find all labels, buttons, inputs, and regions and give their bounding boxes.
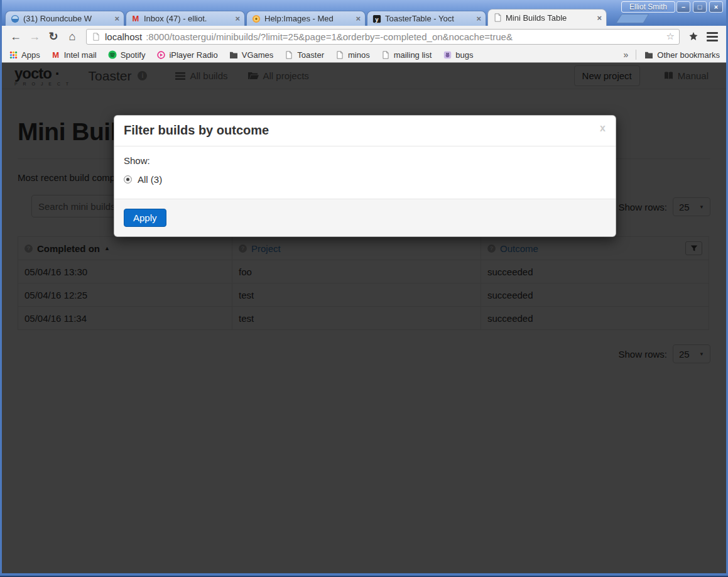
bookmark-toaster[interactable]: Toaster bbox=[284, 50, 324, 60]
yocto-favicon: y bbox=[372, 14, 382, 24]
maximize-button[interactable]: □ bbox=[693, 1, 707, 13]
url-host: localhost bbox=[105, 31, 142, 42]
home-icon[interactable]: ⌂ bbox=[63, 28, 81, 45]
show-label: Show: bbox=[124, 155, 606, 166]
roundcube-icon bbox=[10, 14, 20, 24]
folder-icon bbox=[229, 50, 239, 60]
radio-button[interactable] bbox=[124, 175, 132, 184]
tab-close-icon[interactable]: × bbox=[235, 14, 240, 23]
mediawiki-flower-icon bbox=[251, 14, 261, 24]
tab-roundcube[interactable]: (31) Roundcube W × bbox=[5, 11, 124, 26]
other-bookmarks[interactable]: Other bookmarks bbox=[644, 50, 720, 60]
tab-title: Mini Builds Table bbox=[506, 13, 594, 23]
svg-text:y: y bbox=[375, 15, 379, 22]
tab-mini-builds-active[interactable]: Mini Builds Table × bbox=[487, 9, 607, 26]
spotify-icon bbox=[107, 50, 117, 60]
url-path: :8000/toastergui/minibuilds/?limit=25&pa… bbox=[146, 31, 662, 42]
bookmark-label: Intel mail bbox=[64, 50, 97, 60]
menu-icon[interactable] bbox=[704, 28, 721, 45]
divider bbox=[636, 50, 636, 60]
title-bar: (31) Roundcube W × M Inbox (47) - elliot… bbox=[2, 0, 726, 26]
iplayer-play-icon bbox=[156, 50, 166, 60]
tab-title: ToasterTable - Yoct bbox=[385, 14, 473, 23]
bookmark-label: Other bookmarks bbox=[657, 50, 720, 60]
bookmark-label: Spotify bbox=[121, 50, 146, 60]
back-icon[interactable]: ← bbox=[7, 28, 24, 45]
tab-title: Inbox (47) - elliot. bbox=[144, 14, 232, 23]
bookmark-minos[interactable]: minos bbox=[335, 50, 370, 60]
extension-icon[interactable] bbox=[685, 28, 702, 45]
new-tab-button[interactable] bbox=[616, 14, 649, 23]
bug-icon bbox=[442, 50, 452, 60]
page-icon bbox=[284, 50, 294, 60]
filter-modal: Filter builds by outcome x Show: All (3)… bbox=[114, 115, 616, 237]
modal-title: Filter builds by outcome bbox=[124, 123, 269, 137]
address-bar[interactable]: localhost :8000/toastergui/minibuilds/?l… bbox=[86, 29, 680, 45]
browser-window: (31) Roundcube W × M Inbox (47) - elliot… bbox=[0, 0, 728, 577]
bookmarks-overflow-icon[interactable]: » bbox=[624, 50, 629, 60]
tab-close-icon[interactable]: × bbox=[114, 14, 119, 23]
bookmark-mailing-list[interactable]: mailing list bbox=[381, 50, 432, 60]
window-controls: – □ × bbox=[676, 1, 723, 13]
page-icon bbox=[335, 50, 345, 60]
browser-toolbar: ← → ↻ ⌂ localhost :8000/toastergui/minib… bbox=[2, 26, 726, 47]
tab-mediawiki[interactable]: Help:Images - Med × bbox=[246, 11, 366, 26]
filter-option-all[interactable]: All (3) bbox=[124, 174, 606, 185]
bookmark-label: VGames bbox=[242, 50, 274, 60]
tab-close-icon[interactable]: × bbox=[356, 14, 361, 23]
bookmark-bugs[interactable]: bugs bbox=[442, 50, 473, 60]
tab-title: (31) Roundcube W bbox=[23, 14, 111, 23]
gmail-icon: M bbox=[51, 50, 61, 60]
bookmark-iplayer-radio[interactable]: iPlayer Radio bbox=[156, 50, 217, 60]
bookmark-label: mailing list bbox=[394, 50, 432, 60]
bookmark-label: Toaster bbox=[297, 50, 324, 60]
bookmark-label: iPlayer Radio bbox=[169, 50, 217, 60]
tab-close-icon[interactable]: × bbox=[476, 14, 481, 23]
bookmark-spotify[interactable]: Spotify bbox=[107, 50, 146, 60]
tab-close-icon[interactable]: × bbox=[597, 14, 602, 22]
gmail-icon: M bbox=[131, 14, 141, 24]
bookmark-intel-mail[interactable]: M Intel mail bbox=[51, 50, 97, 60]
modal-body: Show: All (3) bbox=[114, 146, 616, 199]
page-icon bbox=[381, 50, 391, 60]
bookmark-star-icon[interactable]: ☆ bbox=[666, 31, 675, 42]
browser-chrome: (31) Roundcube W × M Inbox (47) - elliot… bbox=[2, 0, 726, 573]
close-button[interactable]: × bbox=[709, 1, 723, 13]
tab-toastertable[interactable]: y ToasterTable - Yoct × bbox=[367, 11, 486, 26]
close-icon[interactable]: x bbox=[600, 123, 606, 134]
tab-gmail[interactable]: M Inbox (47) - elliot. × bbox=[126, 11, 245, 26]
reload-icon[interactable]: ↻ bbox=[45, 28, 62, 45]
bookmark-label: minos bbox=[348, 50, 370, 60]
forward-icon[interactable]: → bbox=[26, 28, 43, 45]
page-icon bbox=[492, 13, 503, 23]
tab-title: Help:Images - Med bbox=[264, 14, 352, 23]
folder-icon bbox=[644, 50, 654, 60]
modal-footer: Apply bbox=[114, 199, 616, 236]
page-icon bbox=[91, 31, 101, 41]
bookmarks-bar: Apps M Intel mail Spotify iPlayer Radio bbox=[2, 47, 726, 63]
apps-grid-icon bbox=[8, 50, 18, 60]
minimize-button[interactable]: – bbox=[676, 1, 690, 13]
modal-header: Filter builds by outcome x bbox=[114, 116, 616, 146]
profile-name-badge[interactable]: Elliot Smith bbox=[621, 1, 675, 13]
apply-button[interactable]: Apply bbox=[124, 209, 166, 227]
bookmark-label: bugs bbox=[455, 50, 473, 60]
radio-label: All (3) bbox=[138, 174, 162, 185]
bookmark-vgames[interactable]: VGames bbox=[229, 50, 274, 60]
bookmark-apps[interactable]: Apps bbox=[8, 50, 40, 60]
bookmark-label: Apps bbox=[21, 50, 40, 60]
